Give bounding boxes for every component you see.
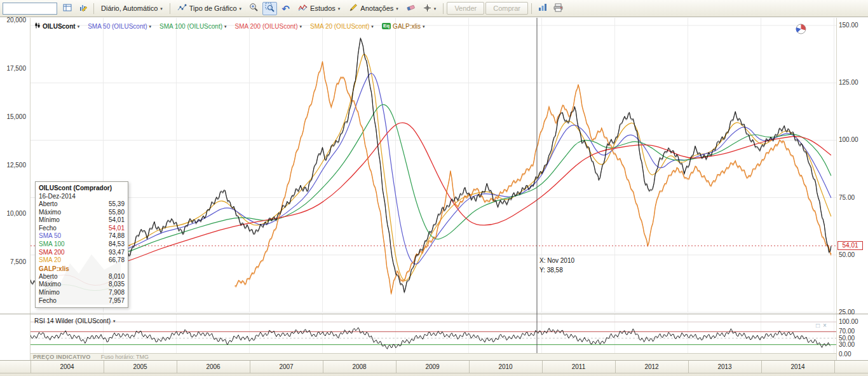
chevron-down-icon: ▾: [396, 6, 398, 11]
time-axis-divider: [834, 361, 835, 373]
tooltip-row: Mínimo54,01: [39, 216, 125, 225]
chart-legend: OILUScont ▾ SMA 50 (OILUScont)▾ SMA 100 …: [34, 22, 425, 30]
data-tooltip: OILUScont (Comprador) 16-Dez-2014 Aberto…: [35, 181, 128, 308]
year-label: 2008: [323, 361, 396, 373]
restore-panel-icon[interactable]: □: [816, 323, 820, 329]
chevron-down-icon: ▾: [224, 24, 227, 29]
tooltip-row: SMA 20093,47: [39, 249, 125, 257]
symbol-search-input[interactable]: [3, 3, 57, 15]
studies-dropdown[interactable]: Estudos▾: [294, 2, 344, 15]
crosshair-icon: [423, 4, 431, 13]
axis-tick-label: 12,500: [6, 162, 26, 169]
zoom-area-icon: [265, 3, 275, 14]
tooltip-row: SMA 10084,53: [39, 240, 125, 249]
chevron-down-icon: ▾: [160, 6, 163, 11]
axis-tick-label: 30.00: [839, 341, 855, 348]
studies-zigzag-icon: [298, 3, 308, 13]
sell-button[interactable]: Vender: [447, 2, 484, 15]
chevron-down-icon: ▾: [149, 24, 152, 29]
legend-sma20[interactable]: SMA 20 (OILUScont)▾: [310, 23, 374, 30]
grid-icon: [63, 3, 72, 14]
chevron-down-icon: ▾: [240, 6, 242, 11]
tooltip-row: SMA 2066,78: [39, 256, 125, 265]
zoom-area-icon-button[interactable]: [262, 2, 277, 15]
legend-sma50[interactable]: SMA 50 (OILUScont)▾: [88, 23, 151, 30]
print-icon-button[interactable]: [551, 2, 566, 15]
chart-edit-icon-button[interactable]: [76, 2, 90, 15]
main-toolbar: Diário, Automático▾ Tipo de Gráfico▾ ↶ E…: [0, 0, 868, 17]
quote-list-icon-button[interactable]: [60, 2, 74, 15]
legend-label: OILUScont: [43, 23, 76, 30]
year-label: 2005: [104, 361, 177, 373]
rsi-panel-title[interactable]: RSI 14 Wilder (OILUScont)▾: [34, 317, 116, 324]
chevron-down-icon: ▾: [299, 24, 302, 29]
legend-sma100[interactable]: SMA 100 (OILUScont)▾: [159, 23, 226, 30]
tooltip-row: Fecho54,01: [39, 225, 125, 233]
toolbar-separator: [170, 3, 170, 14]
tooltip-row: Fecho7,957: [39, 297, 125, 305]
tooltip-row: Mínimo7,908: [39, 289, 125, 297]
tooltip-row: Aberto8,010: [39, 273, 125, 281]
close-panel-icon[interactable]: ×: [823, 323, 827, 329]
chevron-down-icon: ▾: [338, 6, 341, 11]
left-price-axis[interactable]: 20,00017,50015,00012,50010,0007,500: [0, 0, 28, 318]
undo-icon-button[interactable]: ↶: [278, 2, 293, 15]
legend-label: SMA 200 (OILUScont): [235, 23, 298, 30]
toolbar-separator: [93, 3, 94, 14]
year-label: 2006: [177, 361, 250, 373]
year-label: 2012: [615, 361, 688, 373]
tooltip-row: Máximo55,80: [39, 209, 125, 217]
year-label: 2004: [31, 361, 104, 373]
time-axis[interactable]: 2004200520062007200820092010201120122013…: [0, 360, 868, 376]
eraser-icon: [406, 3, 416, 14]
buy-button[interactable]: Comprar: [485, 2, 528, 15]
pencil-icon: [349, 3, 358, 13]
annotations-dropdown[interactable]: Anotações▾: [345, 2, 402, 15]
year-label: 2013: [688, 361, 761, 373]
legend-galp[interactable]: EqGALP:xlis▾: [382, 23, 425, 30]
chevron-down-icon: ▾: [113, 319, 116, 323]
crosshair-readout: X: Nov 2010 Y: 38,58: [539, 256, 574, 275]
axis-tick-label: 17,500: [6, 65, 26, 72]
crosshair-tool-dropdown[interactable]: ▾: [419, 2, 440, 15]
rsi-panel-controls: □ ×: [816, 323, 827, 329]
year-label: 2007: [250, 361, 323, 373]
toolbar-separator: [531, 3, 532, 14]
crosshair-y-value: Y: 38,58: [539, 265, 574, 275]
session-clock-icon[interactable]: [796, 24, 806, 37]
axis-tick-label: 20,000: [6, 17, 26, 24]
legend-sma200[interactable]: SMA 200 (OILUScont)▾: [235, 23, 302, 30]
axis-tick-label: 100.00: [839, 318, 858, 325]
chevron-down-icon: ▾: [423, 24, 425, 29]
toolbar-separator: [443, 3, 444, 14]
zoom-in-icon-button[interactable]: [247, 2, 261, 15]
crosshair-x-value: X: Nov 2010: [539, 256, 574, 265]
chart-type-dropdown[interactable]: Tipo de Gráfico▾: [173, 2, 245, 15]
equity-badge-icon: Eq: [382, 23, 391, 29]
candlestick-icon: [34, 22, 41, 30]
chart-plot-area[interactable]: [0, 0, 868, 376]
bar-chart-icon-button[interactable]: [535, 2, 550, 15]
legend-label: SMA 20 (OILUScont): [310, 23, 369, 30]
timezone-label: Fuso horário: TMG: [101, 354, 149, 360]
year-label: 2010: [469, 361, 542, 373]
tooltip-subtitle: GALP:xlis: [39, 265, 125, 273]
year-label: 2014: [761, 361, 834, 373]
tooltip-row: SMA 5074,88: [39, 232, 125, 240]
legend-label: GALP:xlis: [393, 23, 421, 30]
chart-pencil-icon: [79, 3, 88, 14]
last-price-tag: 54,01: [837, 241, 863, 250]
legend-label: SMA 100 (OILUScont): [159, 23, 222, 30]
indicative-price-label: PREÇO INDICATIVO: [33, 354, 91, 360]
tooltip-title: OILUScont (Comprador): [39, 184, 125, 192]
printer-icon: [553, 3, 563, 14]
timeframe-dropdown[interactable]: Diário, Automático▾: [97, 2, 166, 15]
eraser-icon-button[interactable]: [403, 2, 418, 15]
tooltip-row: Aberto55,39: [39, 200, 125, 209]
chevron-down-icon: ▾: [434, 6, 437, 11]
line-chart-icon: [177, 3, 187, 13]
chevron-down-icon: ▾: [78, 24, 80, 29]
undo-icon: ↶: [281, 4, 290, 13]
legend-label: SMA 50 (OILUScont): [88, 23, 147, 30]
legend-oiluscont[interactable]: OILUScont ▾: [34, 22, 79, 30]
